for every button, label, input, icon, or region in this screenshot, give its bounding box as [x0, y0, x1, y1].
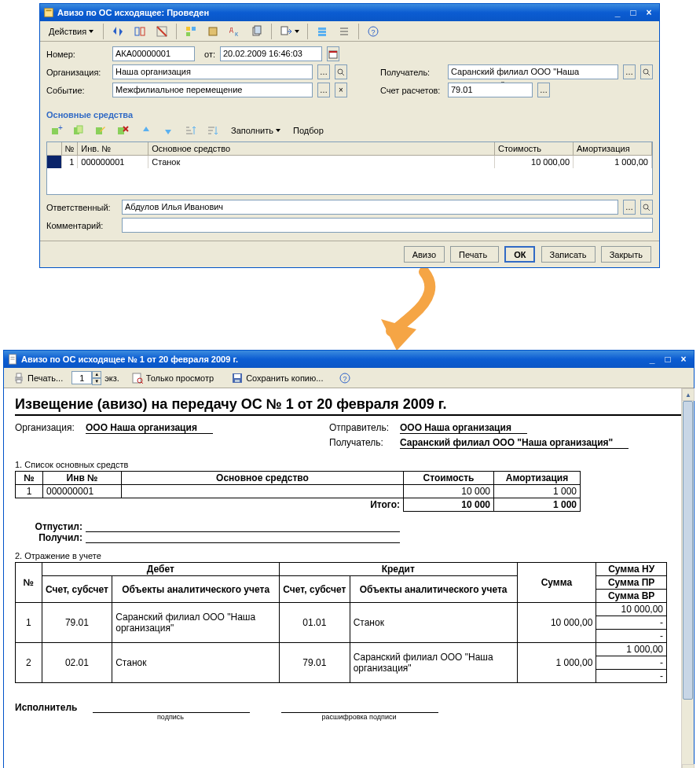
viewonly-label: Только просмотр — [146, 373, 214, 383]
event-select-button[interactable]: … — [317, 83, 330, 97]
t1-h-amort: Амортизация — [494, 472, 581, 485]
responsible-label: Ответственный: — [46, 203, 117, 212]
save-button[interactable]: Записать — [541, 246, 596, 263]
responsible-select-button[interactable]: … — [623, 200, 636, 215]
responsible-open-button[interactable] — [640, 200, 653, 215]
assets-grid[interactable]: № Инв. № Основное средство Стоимость Амо… — [46, 141, 653, 195]
grid-header-cost[interactable]: Стоимость — [495, 142, 574, 156]
recipient-open-button[interactable] — [640, 64, 653, 79]
move-down-button[interactable] — [158, 123, 178, 138]
scroll-thumb[interactable] — [683, 401, 693, 700]
close-button[interactable]: × — [642, 6, 656, 19]
copies-spinner[interactable]: ▲ ▼ — [71, 371, 101, 385]
savecopy-button[interactable]: Сохранить копию... — [225, 370, 328, 386]
pick-button[interactable]: Подбор — [288, 123, 329, 138]
print-window-title: Авизо по ОС исходящее № 1 от 20 февраля … — [21, 351, 645, 368]
sort-asc-button[interactable] — [180, 123, 200, 138]
svg-rect-3 — [141, 28, 145, 35]
doc-sender-value: ООО Наша организация — [400, 422, 527, 434]
copies-input[interactable] — [71, 371, 92, 384]
print-menu-button[interactable]: Печать — [450, 246, 499, 263]
doc-section2: 2. Отражение в учете — [15, 551, 683, 560]
decipher-sub: расшифровка подписи — [280, 713, 438, 721]
recipient-select-button[interactable]: … — [623, 64, 636, 79]
help-button[interactable]: ? — [335, 370, 355, 386]
scroll-up-button[interactable]: ▲ — [682, 388, 695, 401]
t1-row: 1 000000001 10 000 1 000 — [16, 485, 581, 498]
org-open-button[interactable] — [335, 64, 347, 79]
org-input[interactable]: Наша организация — [112, 64, 313, 79]
event-clear-button[interactable]: × — [335, 83, 347, 97]
copy-row-button[interactable] — [68, 123, 89, 138]
structure-button[interactable] — [181, 24, 201, 39]
event-input[interactable]: Межфилиальное перемещение — [112, 83, 313, 97]
minimize-button[interactable]: _ — [645, 353, 659, 366]
doc-recipient-label: Получатель: — [329, 437, 400, 449]
edit-row-button[interactable] — [90, 123, 111, 138]
date-input[interactable]: 20.02.2009 16:46:03 — [220, 46, 322, 61]
add-row-button[interactable]: + — [46, 123, 67, 138]
t2-h-sum: Сумма — [517, 563, 596, 603]
t2-h-sumvr: Сумма ВР — [596, 590, 667, 603]
repost-button[interactable] — [130, 24, 150, 39]
spin-down[interactable]: ▼ — [92, 378, 101, 385]
avizo-button[interactable]: Авизо — [404, 246, 445, 263]
help-button[interactable]: ? — [363, 24, 383, 39]
calendar-button[interactable] — [327, 46, 339, 61]
copy-button[interactable] — [247, 24, 267, 39]
settings-button[interactable] — [312, 24, 332, 39]
grid-header-amort[interactable]: Амортизация — [574, 142, 652, 156]
comment-input[interactable] — [122, 218, 653, 233]
maximize-button[interactable]: □ — [661, 353, 675, 366]
grid-header-n[interactable]: № — [61, 142, 78, 156]
viewonly-button[interactable]: Только просмотр — [126, 370, 219, 386]
vertical-scrollbar[interactable]: ▲ ▼ — [681, 388, 694, 768]
spin-up[interactable]: ▲ — [92, 371, 101, 378]
close-form-button[interactable]: Закрыть — [601, 246, 651, 263]
go-button[interactable] — [276, 24, 303, 39]
unpost-button[interactable] — [152, 24, 172, 39]
grid-header-inv[interactable]: Инв. № — [78, 142, 148, 156]
list-button[interactable] — [334, 24, 354, 39]
post-button[interactable] — [108, 24, 128, 39]
recipient-input[interactable]: Саранский филиал ООО "Наша организация" — [448, 64, 618, 79]
dtct-button[interactable]: ДК — [225, 24, 245, 39]
grid-header-asset[interactable]: Основное средство — [148, 142, 495, 156]
movement-button[interactable] — [203, 24, 223, 39]
responsible-input[interactable]: Абдулов Илья Иванович — [122, 200, 618, 215]
maximize-button[interactable]: □ — [626, 6, 640, 19]
scroll-down-button[interactable]: ▼ — [682, 764, 695, 768]
svg-line-44 — [647, 208, 650, 211]
t1-h-asset: Основное средство — [122, 472, 404, 485]
svg-rect-29 — [52, 128, 58, 134]
svg-rect-2 — [135, 28, 139, 35]
sort-desc-button[interactable] — [202, 123, 222, 138]
move-up-button[interactable] — [136, 123, 156, 138]
otpustil-label: Отпустил: — [15, 521, 86, 532]
close-button[interactable]: × — [676, 353, 691, 366]
ok-button[interactable]: ОК — [504, 246, 535, 263]
app-icon — [43, 7, 54, 18]
svg-text:?: ? — [343, 375, 347, 383]
account-input[interactable]: 79.01 — [448, 83, 533, 97]
actions-menu[interactable]: Действия — [43, 24, 99, 39]
svg-rect-8 — [186, 32, 190, 36]
number-input[interactable]: АКА00000001 — [112, 46, 195, 61]
minimize-button[interactable]: _ — [610, 6, 625, 19]
cell-n: 1 — [61, 156, 78, 169]
t1-total-row: Итого: 10 000 1 000 — [16, 498, 581, 512]
grid-row[interactable]: 1 000000001 Станок 10 000,00 1 000,00 — [47, 156, 652, 169]
account-select-button[interactable]: … — [537, 83, 550, 97]
delete-row-button[interactable] — [112, 123, 133, 138]
print-button[interactable]: Печать... — [7, 370, 68, 386]
t2-h-credit: Кредит — [280, 563, 517, 576]
fill-button[interactable]: Заполнить — [225, 123, 286, 138]
svg-rect-15 — [318, 28, 326, 30]
bottom-toolbar: Авизо Печать ОК Записать Закрыть — [40, 241, 659, 267]
accounting-table: № Дебет Кредит Сумма Сумма НУ Счет, субс… — [15, 562, 667, 683]
doc-title: Извещение (авизо) на передачу ОС № 1 от … — [15, 396, 683, 416]
org-select-button[interactable]: … — [317, 64, 330, 79]
t2-h-sumnu: Сумма НУ — [596, 563, 667, 576]
doc-org-value: ООО Наша организация — [86, 422, 213, 434]
svg-rect-50 — [16, 380, 21, 383]
